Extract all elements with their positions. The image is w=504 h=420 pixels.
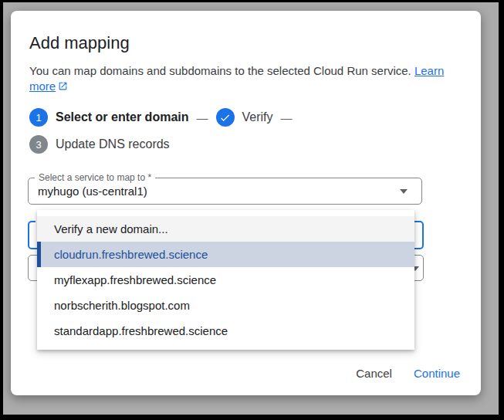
dialog-title: Add mapping [29,32,462,54]
step-1-label: Select or enter domain [56,110,189,124]
step-separator: — [197,111,208,124]
step-3-circle: 3 [29,135,48,154]
cancel-button[interactable]: Cancel [347,361,401,386]
step-separator: — [281,111,293,124]
step-2-circle [216,108,235,127]
service-select[interactable]: Select a service to map to * myhugo (us-… [28,178,422,205]
menu-option-verify-new-domain[interactable]: Verify a new domain... [37,216,414,242]
add-mapping-dialog: Add mapping You can map domains and subd… [11,11,481,395]
menu-option-cloudrun-freshbrewed-science[interactable]: cloudrun.freshbrewed.science [37,242,414,267]
dialog-footer: Cancel Continue [347,361,468,386]
stepper-row-1: 1 Select or enter domain — Verify — [29,108,462,127]
check-icon [219,112,231,124]
stepper-row-2: 3 Update DNS records [29,135,462,154]
dialog-description: You can map domains and subdomains to th… [29,63,462,94]
dropdown-arrow-icon [400,189,408,194]
menu-option-standardapp-freshbrewed-science[interactable]: standardapp.freshbrewed.science [37,318,414,344]
menu-option-myflexapp-freshbrewed-science[interactable]: myflexapp.freshbrewed.science [37,267,414,293]
description-text: You can map domains and subdomains to th… [29,64,411,77]
service-select-label: Select a service to map to * [35,172,155,183]
continue-button[interactable]: Continue [405,361,468,386]
menu-option-norbscherith-blogspot-com[interactable]: norbscherith.blogspot.com [37,293,414,318]
verified-domain-dropdown-menu: Verify a new domain... cloudrun.freshbre… [37,210,414,350]
dialog-backdrop: Add mapping You can map domains and subd… [3,2,499,415]
open-in-new-icon [58,80,68,90]
step-1-circle: 1 [29,108,48,127]
step-2-label: Verify [242,110,273,124]
step-3-label: Update DNS records [56,137,170,151]
